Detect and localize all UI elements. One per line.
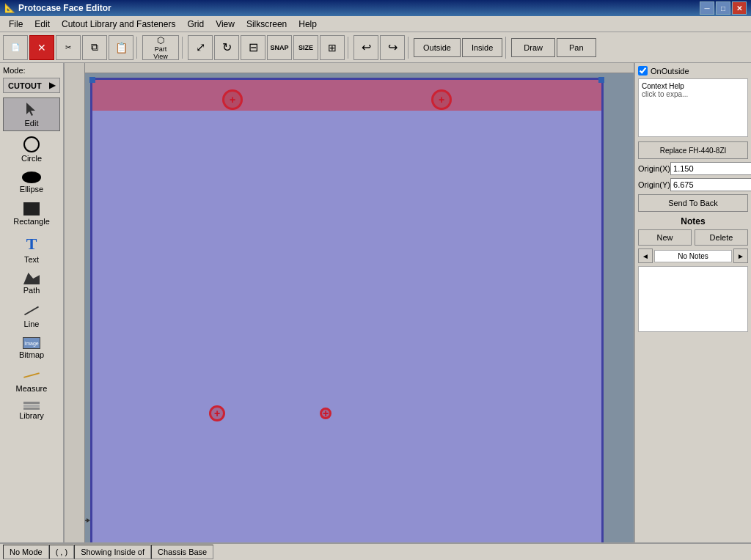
sidebar-item-measure[interactable]: Measure (3, 364, 60, 397)
redo-button[interactable]: ↪ (380, 35, 405, 60)
inside-button[interactable]: Inside (462, 38, 502, 57)
sidebar-item-rectangle[interactable]: Rectangle (3, 199, 60, 229)
menu-view[interactable]: View (210, 18, 241, 31)
origin-y-label: Origin(Y) (638, 180, 670, 189)
bitmap-icon: Image (23, 337, 40, 349)
copy-button[interactable]: ⧉ (82, 35, 107, 60)
rotate-button[interactable]: ↻ (214, 35, 239, 60)
notes-delete-button[interactable]: Delete (695, 229, 748, 246)
circle-cutout-top-center[interactable] (431, 89, 452, 110)
sep5 (505, 37, 508, 59)
zoom-out-icon: ⊟ (249, 40, 258, 54)
menu-help[interactable]: Help (293, 18, 323, 31)
menu-grid[interactable]: Grid (181, 18, 210, 31)
sidebar-item-line[interactable]: Line (3, 300, 60, 332)
notes-nav: ◄ No Notes ► (638, 248, 748, 263)
notes-textarea[interactable] (638, 266, 748, 332)
notes-new-button[interactable]: New (638, 229, 692, 246)
undo-button[interactable]: ↩ (353, 35, 378, 60)
origin-y-input[interactable] (670, 178, 751, 191)
sidebar-ellipse-label: Ellipse (20, 185, 43, 194)
maximize-button[interactable]: □ (716, 1, 730, 15)
sep3 (348, 37, 351, 59)
no-notes-label: No Notes (654, 250, 732, 262)
mode-label: Mode: (3, 66, 60, 75)
cutout-label: CUTOUT (8, 81, 42, 90)
notes-title: Notes (638, 216, 748, 226)
origin-x-label: Origin(X) (638, 164, 670, 173)
sidebar-item-ellipse[interactable]: Ellipse (3, 168, 60, 197)
zoom-fit-button[interactable]: ⤢ (188, 35, 213, 60)
sidebar-item-bitmap[interactable]: Image Bitmap (3, 334, 60, 363)
cut-button[interactable]: ✂ (56, 35, 81, 60)
canvas-area[interactable]: x y (65, 63, 634, 542)
sidebar-line-label: Line (24, 320, 40, 328)
menu-bar: File Edit Cutout Library and Fasteners G… (0, 16, 751, 32)
sidebar-library-label: Library (19, 411, 44, 420)
context-help-box[interactable]: Context Help click to expa... (638, 78, 748, 137)
origin-x-row: Origin(X) (638, 162, 748, 175)
close-red-button[interactable]: ✕ (29, 35, 54, 60)
rectangle-shape-icon (23, 202, 40, 215)
circle-shape-icon (23, 136, 40, 152)
snap-button[interactable]: SNAP (267, 35, 292, 60)
on-outside-checkbox[interactable] (638, 66, 648, 75)
sidebar-circle-label: Circle (21, 154, 42, 163)
notes-prev-button[interactable]: ◄ (638, 248, 653, 263)
close-red-icon: ✕ (37, 42, 46, 54)
on-outside-row: OnOutside (638, 66, 748, 75)
size-button[interactable]: SIZE (293, 35, 318, 60)
replace-button[interactable]: Replace FH-440-8ZI (638, 141, 748, 159)
minimize-button[interactable]: ─ (700, 1, 714, 15)
menu-edit[interactable]: Edit (29, 18, 56, 31)
send-to-back-button[interactable]: Send To Back (638, 194, 748, 212)
outside-button[interactable]: Outside (414, 38, 461, 57)
sep4 (408, 37, 411, 59)
right-panel: OnOutside Context Help click to expa... … (634, 63, 751, 542)
ellipse-shape-icon (22, 172, 41, 183)
context-help-detail: click to expa... (642, 90, 744, 98)
svg-marker-0 (26, 103, 35, 116)
grid-button[interactable]: ⊞ (320, 35, 345, 60)
on-outside-label[interactable]: OnOutside (651, 67, 689, 75)
face-canvas[interactable] (90, 78, 604, 542)
new-icon: 📄 (11, 43, 20, 51)
close-button[interactable]: ✕ (732, 1, 747, 15)
paste-button[interactable]: 📋 (109, 35, 133, 60)
sidebar-item-library[interactable]: Library (3, 398, 60, 424)
menu-cutout-library[interactable]: Cutout Library and Fasteners (56, 18, 181, 31)
edit-cursor-icon (23, 101, 40, 117)
title-icon: 📐 (4, 3, 15, 13)
sidebar-item-path[interactable]: Path (3, 269, 60, 298)
undo-icon: ↩ (362, 40, 371, 54)
path-shape-icon (23, 273, 40, 284)
corner-tl (89, 77, 95, 83)
part-view-button[interactable]: ⬡ PartView (142, 35, 179, 60)
svg-marker-2 (87, 518, 90, 523)
circle-cutout-top-left[interactable] (222, 89, 243, 110)
ruler-vertical (65, 63, 85, 542)
draw-button[interactable]: Draw (511, 38, 555, 57)
status-showing: Showing Inside of (74, 545, 151, 559)
sidebar-rectangle-label: Rectangle (13, 217, 50, 226)
notes-next-button[interactable]: ► (733, 248, 748, 263)
status-bar: No Mode ( , ) Showing Inside of Chassis … (0, 542, 751, 560)
sidebar-item-circle[interactable]: Circle (3, 133, 60, 166)
cutout-button[interactable]: CUTOUT ▶ (3, 78, 60, 93)
sidebar-item-edit[interactable]: Edit (3, 97, 60, 131)
toolbar: 📄 ✕ ✂ ⧉ 📋 ⬡ PartView ⤢ ↻ ⊟ SNAP SIZE ⊞ ↩… (0, 32, 751, 63)
circle-cutout-mid-left[interactable] (209, 405, 225, 421)
sidebar-item-text[interactable]: T Text (3, 231, 60, 268)
status-chassis: Chassis Base (151, 545, 213, 559)
menu-file[interactable]: File (3, 18, 29, 31)
menu-silkscreen[interactable]: Silkscreen (241, 18, 293, 31)
origin-x-input[interactable] (670, 162, 751, 175)
zoom-out-button[interactable]: ⊟ (241, 35, 265, 60)
title-bar: 📐 Protocase Face Editor ─ □ ✕ (0, 0, 751, 16)
status-coords: ( , ) (49, 545, 75, 559)
circle-cutout-mid-center[interactable] (320, 408, 331, 419)
new-button[interactable]: 📄 (3, 35, 28, 60)
pan-button[interactable]: Pan (557, 38, 596, 57)
paste-icon: 📋 (115, 42, 128, 54)
zoom-fit-icon: ⤢ (196, 40, 205, 54)
